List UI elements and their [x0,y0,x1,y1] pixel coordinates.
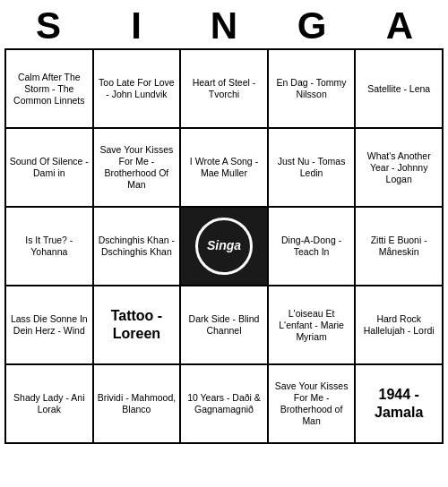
singa-logo: Singa [195,218,253,275]
cell-3[interactable]: En Dag - Tommy Nilsson [269,50,357,129]
cell-17[interactable]: Dark Side - Blind Channel [181,286,269,365]
cell-15[interactable]: Lass Die Sonne In Dein Herz - Wind [6,286,94,365]
cell-5[interactable]: Sound Of Silence - Dami in [6,129,94,208]
cell-16[interactable]: Tattoo - Loreen [94,286,182,365]
header-letter-s: S [4,4,92,48]
cell-10[interactable]: Is It True? - Yohanna [6,208,94,286]
cell-20[interactable]: Shady Lady - Ani Lorak [6,365,94,444]
cell-18[interactable]: L'oiseau Et L'enfant - Marie Myriam [269,286,357,365]
free-space: Singa [195,218,253,275]
cell-23[interactable]: Save Your Kisses For Me - Brotherhood of… [269,365,357,444]
header-letter-a: A [356,4,444,48]
cell-6[interactable]: Save Your Kisses For Me - Brotherhood Of… [94,129,182,208]
cell-7[interactable]: I Wrote A Song - Mae Muller [181,129,269,208]
header-letter-i: I [92,4,180,48]
cell-1[interactable]: Too Late For Love - John Lundvik [94,50,182,129]
cell-9[interactable]: What's Another Year - Johnny Logan [356,129,444,208]
cell-19[interactable]: Hard Rock Hallelujah - Lordi [356,286,444,365]
cell-8[interactable]: Just Nu - Tomas Ledin [269,129,357,208]
cell-0[interactable]: Calm After The Storm - The Common Linnet… [6,50,94,129]
bingo-grid: Calm After The Storm - The Common Linnet… [4,48,444,444]
cell-21[interactable]: Brividi - Mahmood, Blanco [94,365,182,444]
header-letter-n: N [180,4,268,48]
cell-11[interactable]: Dschinghis Khan - Dschinghis Khan [94,208,182,286]
cell-free: Singa [181,208,269,286]
cell-13[interactable]: Ding-A-Dong - Teach In [269,208,357,286]
cell-2[interactable]: Heart of Steel - Tvorchi [181,50,269,129]
cell-14[interactable]: Zitti E Buoni - Måneskin [356,208,444,286]
cell-22[interactable]: 10 Years - Daði & Gagnamagnið [181,365,269,444]
bingo-header: S I N G A [4,4,444,48]
bingo-card: S I N G A Calm After The Storm - The Com… [4,4,444,444]
header-letter-g: G [268,4,356,48]
cell-24[interactable]: 1944 - Jamala [356,365,444,444]
cell-4[interactable]: Satellite - Lena [356,50,444,129]
